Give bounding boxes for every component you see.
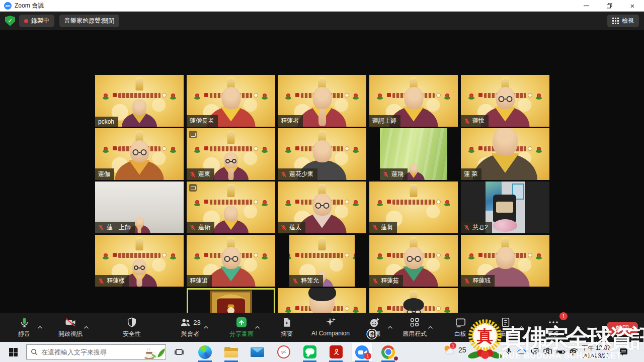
participant-tile[interactable]: 蓮訶上師: [369, 75, 458, 127]
muted-mic-icon: [464, 278, 470, 284]
whiteboard-button[interactable]: 白板: [438, 316, 483, 338]
participant-nametag: 蓮花少東: [278, 168, 317, 180]
person-head: [221, 247, 240, 269]
close-button[interactable]: ×: [621, 0, 644, 11]
onedrive-icon[interactable]: [517, 348, 526, 354]
start-button[interactable]: [0, 342, 26, 362]
restore-button[interactable]: [598, 0, 621, 11]
battery-icon[interactable]: [556, 349, 566, 354]
participant-tile[interactable]: 蓮 萊: [461, 128, 549, 180]
acrobat-taskbar-button[interactable]: [326, 342, 346, 362]
file-explorer-taskbar-button[interactable]: [221, 342, 242, 362]
chevron-up-icon[interactable]: [84, 325, 89, 329]
glasses: [134, 265, 145, 270]
chevron-up-icon[interactable]: [473, 325, 479, 329]
toolbar-label: 與會者: [181, 330, 199, 338]
minimize-button[interactable]: [575, 0, 598, 11]
mute-button[interactable]: 靜音: [2, 316, 47, 338]
participant-tile[interactable]: Gladys: [278, 288, 366, 313]
notes-icon: [500, 316, 511, 329]
taskbar-weather[interactable]: 1 25: [443, 344, 466, 355]
pin-icon[interactable]: [189, 131, 197, 138]
chevron-up-icon[interactable]: [203, 325, 209, 329]
clock-date: 2024/3/27: [579, 352, 614, 360]
chrome-taskbar-button[interactable]: [378, 342, 398, 362]
ime-indicator[interactable]: 中: [570, 348, 576, 357]
apps-button[interactable]: 應用程式: [392, 316, 437, 338]
original-sound-button[interactable]: 音樂家的原聲:關閉: [59, 15, 119, 27]
window-titlebar: zm Zoom 會議 ×: [0, 0, 644, 12]
participant-tile[interactable]: 蓮舅: [369, 182, 458, 233]
microphone-tray-icon[interactable]: [505, 347, 512, 355]
share-screen-icon: [235, 316, 248, 329]
person-body: [473, 153, 537, 180]
backdrop-emblem-right: [254, 146, 258, 151]
backdrop-emblem-left: [204, 146, 208, 150]
participant-tile[interactable]: 蓮飛: [380, 128, 447, 180]
edge-taskbar-button[interactable]: [195, 342, 215, 362]
participant-tile[interactable]: 莲太: [278, 182, 366, 233]
participant-tile[interactable]: pckoh: [95, 75, 184, 127]
taskbar-clock[interactable]: 下午 12:07 2024/3/27: [579, 344, 614, 360]
leave-button[interactable]: 離開: [607, 322, 638, 335]
snipping-tool-taskbar-button[interactable]: ✂: [273, 342, 294, 362]
search-input[interactable]: [41, 348, 140, 356]
participants-button[interactable]: 23與會者: [168, 316, 213, 338]
participant-tile[interactable]: 蓮東: [187, 128, 275, 180]
participant-tile[interactable]: 蓮花少東: [278, 128, 366, 180]
weather-badge: 1: [450, 342, 456, 349]
task-view-button[interactable]: [169, 342, 189, 362]
line-taskbar-button[interactable]: [299, 342, 320, 362]
participant-tile[interactable]: 慧君2: [461, 182, 549, 233]
action-center-button[interactable]: [619, 347, 628, 358]
participant-tile[interactable]: 释莲允: [289, 235, 355, 287]
pin-icon[interactable]: [189, 184, 197, 192]
participant-tile[interactable]: 釋蓮珬: [461, 235, 549, 287]
participant-nametag: 慧君2: [461, 222, 492, 233]
participant-nametag: 蓮一上師: [95, 222, 135, 233]
participant-tile[interactable]: 蓮一上師: [95, 182, 184, 233]
participant-name: pckoh: [98, 118, 114, 125]
encryption-shield-icon[interactable]: ✓: [5, 16, 15, 26]
chevron-up-icon[interactable]: [519, 325, 524, 329]
camera-tray-icon[interactable]: [543, 347, 552, 354]
more-button[interactable]: 1更多: [531, 316, 576, 338]
chevron-up-icon[interactable]: [428, 325, 433, 329]
chevron-up-icon[interactable]: [37, 325, 43, 329]
view-button[interactable]: 檢視: [607, 15, 639, 27]
participant-tile[interactable]: 蓮悅: [461, 75, 549, 127]
zoom-taskbar-button[interactable]: 1: [352, 342, 372, 362]
view-label: 檢視: [622, 17, 634, 25]
participant-tile[interactable]: 釋蓮者: [278, 75, 366, 127]
share-screen-button[interactable]: 分享畫面: [219, 316, 264, 338]
backdrop-deity-figure: [410, 184, 418, 197]
participant-tile[interactable]: 蓮僧長老: [187, 75, 275, 127]
participant-tile[interactable]: 蓮衛: [187, 182, 275, 233]
start-video-button[interactable]: 開啟視訊: [48, 316, 93, 338]
participant-tile[interactable]: 细妹讲师: [369, 288, 458, 313]
backdrop-emblem-left: [204, 200, 208, 204]
mail-taskbar-button[interactable]: [247, 342, 268, 362]
participant-tile[interactable]: 蓮伽: [95, 128, 184, 180]
notes-button[interactable]: 筆記: [483, 316, 528, 338]
chevron-up-icon[interactable]: [255, 325, 260, 329]
taskbar-search[interactable]: [26, 344, 166, 359]
screen-cast-icon[interactable]: [531, 347, 539, 354]
search-highlight-image[interactable]: [143, 344, 166, 359]
flower-decoration-icon: [170, 147, 176, 153]
reactions-button[interactable]: 回應: [352, 316, 397, 338]
participant-tile[interactable]: 釋蓮茹: [369, 235, 458, 287]
flower-decoration-icon: [377, 94, 383, 100]
recording-indicator[interactable]: 錄製中: [19, 15, 54, 27]
participant-name: 蓮一上師: [107, 223, 131, 232]
participant-nametag: 蓮東: [187, 168, 214, 180]
meeting-toolbar: 靜音開啟視訊安全性23與會者分享畫面摘要AI Companion回應應用程式白板…: [0, 313, 644, 342]
flower-decoration-icon: [194, 147, 200, 153]
security-button[interactable]: 安全性: [109, 316, 154, 338]
participant-tile[interactable]: Meeting TBF: [187, 288, 275, 313]
participant-tile[interactable]: 釋蓮樣: [95, 235, 184, 287]
flower-decoration-icon: [103, 253, 109, 260]
flower-decoration-icon: [444, 200, 450, 207]
participant-person: [115, 140, 164, 180]
participant-tile[interactable]: 釋蓮追: [187, 235, 275, 287]
